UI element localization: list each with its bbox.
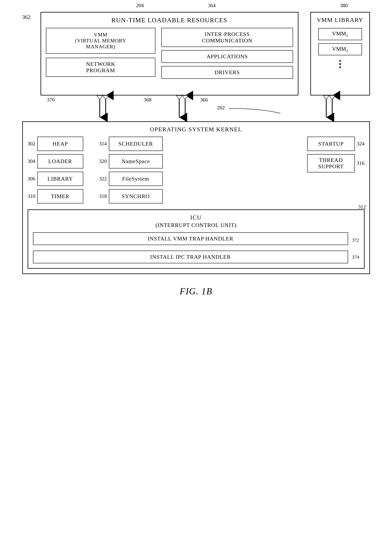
icu-subtitle: (INTERRUPT CONTROL UNIT) — [33, 222, 359, 228]
diagram-container: 362 204 364 RUN-TIME LOADABLE RESOURCES … — [22, 12, 370, 297]
library-box: LIBRARY — [37, 172, 83, 186]
timer-box: TIMER — [37, 189, 83, 204]
ref-364: 364 — [208, 3, 215, 9]
install-ipc-box: INSTALL IPC TRAP HANDLER — [33, 251, 348, 263]
synchro-box: SYNCHRO — [109, 189, 163, 204]
ref-304: 304 — [28, 158, 35, 164]
svg-marker-13 — [329, 95, 335, 100]
ipc-box: INTER-PROCESS COMMUNICATION — [161, 28, 293, 47]
vmm-dots — [339, 60, 341, 68]
scheduler-box: SCHEDULER — [109, 137, 163, 151]
vmm-box: VMM (VIRTUAL MEMORY MANAGER) — [46, 28, 156, 54]
kernel-col-right: STARTUP 324 THREAD SUPPORT 316 — [307, 137, 364, 204]
ref-372: 372 — [352, 238, 359, 243]
ref-322: 322 — [99, 176, 107, 182]
vmm2-box: VMM2 — [318, 43, 362, 56]
svg-marker-8 — [176, 95, 182, 100]
vmm-library-box: 380 VMM LIBRARY VMM1 VMM2 — [310, 12, 370, 95]
drivers-box: DRIVERS — [161, 66, 293, 79]
arrows-svg: 202 — [22, 95, 370, 121]
svg-marker-9 — [182, 95, 188, 100]
filesystem-box: FileSystem — [109, 172, 163, 186]
heap-box: HEAP — [37, 137, 83, 151]
ref-374: 374 — [352, 254, 359, 260]
svg-marker-12 — [323, 95, 329, 100]
loader-box: LOADER — [37, 154, 83, 168]
ref-314: 314 — [99, 141, 107, 147]
vmm-library-title: VMM LIBRARY — [317, 17, 363, 23]
arrows-section: 202 — [22, 95, 370, 121]
ref-380: 380 — [340, 3, 348, 9]
ref-362: 362 — [22, 14, 31, 20]
ref-320: 320 — [99, 158, 107, 164]
kernel-box: OPERATING SYSTEM KERNEL 302 HEAP 304 LOA… — [22, 121, 370, 274]
vmm1-box: VMM1 — [318, 28, 362, 40]
kernel-inner: 302 HEAP 304 LOADER 306 LIBRARY 310 TIME… — [28, 137, 364, 204]
ref-316: 316 — [357, 160, 364, 166]
thread-support-box: THREAD SUPPORT — [307, 154, 355, 172]
kernel-title: OPERATING SYSTEM KERNEL — [28, 126, 364, 133]
icu-title: ICU — [33, 214, 359, 221]
svg-marker-5 — [103, 95, 109, 100]
icu-box: 312 ICU (INTERRUPT CONTROL UNIT) INSTALL… — [28, 209, 364, 269]
figure-caption: FIG. 1B — [180, 286, 212, 297]
namespace-box: NameSpace — [109, 154, 163, 168]
ref-204: 204 — [136, 3, 144, 9]
svg-marker-4 — [97, 95, 103, 100]
kernel-col-mid: 314 SCHEDULER 320 NameSpace 322 FileSyst… — [99, 137, 163, 204]
install-vmm-box: INSTALL VMM TRAP HANDLER — [33, 232, 348, 245]
ref-324: 324 — [357, 141, 364, 147]
kernel-col-left: 302 HEAP 304 LOADER 306 LIBRARY 310 TIME… — [28, 137, 83, 204]
ref-318: 318 — [99, 193, 107, 199]
applications-box: APPLICATIONS — [161, 50, 293, 63]
ref-302: 302 — [28, 141, 35, 147]
ref-312: 312 — [358, 204, 366, 210]
startup-box: STARTUP — [307, 137, 355, 151]
runtime-title: RUN-TIME LOADABLE RESOURCES — [46, 17, 293, 24]
ref-306: 306 — [28, 176, 35, 182]
network-program-box: NETWORK PROGRAM — [46, 58, 156, 77]
ref-310: 310 — [28, 193, 35, 199]
runtime-loadable-resources-box: 204 364 RUN-TIME LOADABLE RESOURCES VMM … — [41, 12, 299, 95]
kernel-icu-wrapper: OPERATING SYSTEM KERNEL 302 HEAP 304 LOA… — [22, 121, 370, 274]
svg-text:202: 202 — [217, 105, 225, 111]
